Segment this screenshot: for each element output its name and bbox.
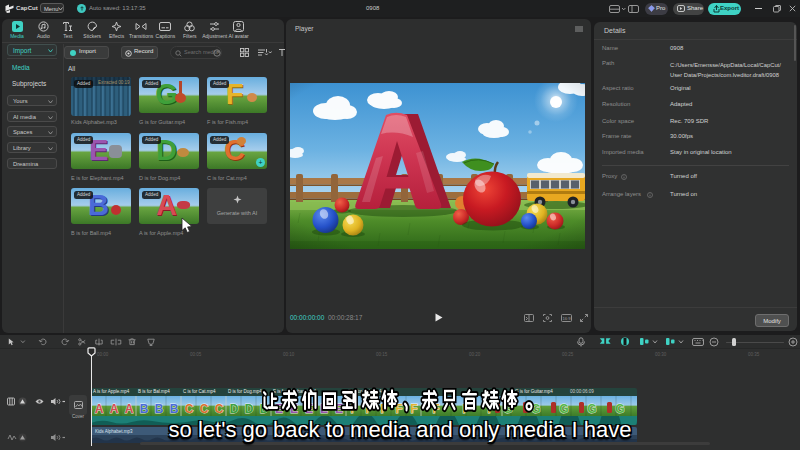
svg-text:G: G — [587, 401, 596, 415]
svg-text:G: G — [531, 401, 540, 415]
svg-text:F: F — [410, 401, 417, 415]
svg-text:E: E — [320, 401, 328, 415]
svg-text:F: F — [380, 401, 387, 415]
svg-text:E: E — [305, 401, 313, 415]
svg-text:E: E — [290, 401, 298, 415]
svg-text:G: G — [559, 401, 568, 415]
svg-text:B: B — [140, 401, 149, 415]
svg-text:C: C — [185, 401, 194, 415]
svg-text:D: D — [230, 401, 239, 415]
svg-text:F: F — [395, 401, 402, 415]
svg-text:E: E — [335, 401, 343, 415]
svg-text:A: A — [95, 401, 104, 415]
svg-text:A: A — [125, 401, 134, 415]
svg-text:C: C — [215, 401, 224, 415]
svg-text:F: F — [365, 401, 372, 415]
svg-text:C: C — [200, 401, 209, 415]
svg-text:D: D — [245, 401, 254, 415]
svg-text:16:9: 16:9 — [562, 316, 571, 321]
svg-text:B: B — [155, 401, 164, 415]
svg-text:F: F — [487, 401, 494, 415]
svg-text:E: E — [275, 401, 283, 415]
svg-text:B: B — [170, 401, 179, 415]
svg-text:D: D — [260, 401, 269, 415]
svg-text:G: G — [615, 401, 624, 415]
svg-text:A: A — [110, 401, 119, 415]
svg-text:F: F — [350, 401, 357, 415]
